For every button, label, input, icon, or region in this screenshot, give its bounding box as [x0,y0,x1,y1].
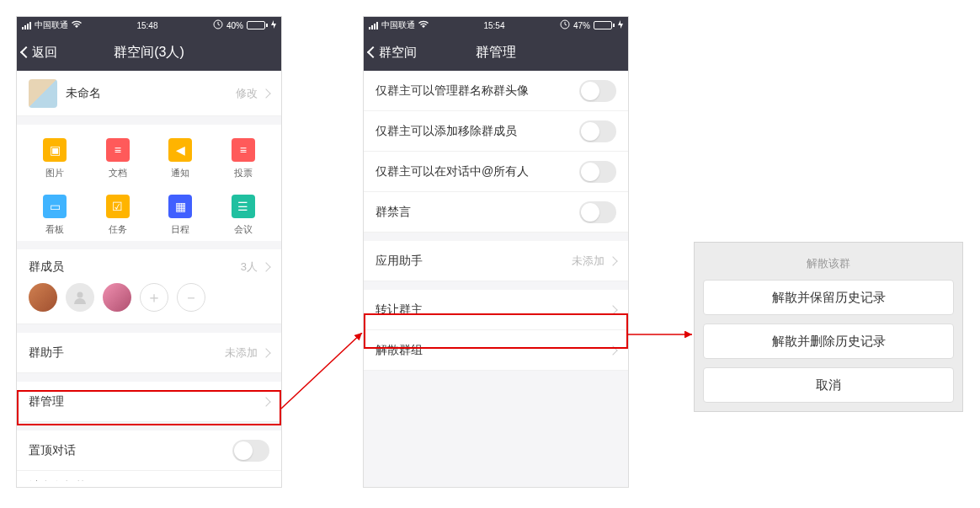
megaphone-icon: ◀ [168,138,192,162]
group-name-label: 未命名 [66,86,236,101]
dissolve-popup: 解散该群 解散并保留历史记录 解散并删除历史记录 取消 [694,242,963,412]
tool-label: 看板 [45,223,64,236]
row-label: 仅群主可以管理群名称群头像 [375,83,579,99]
image-icon: ▣ [43,138,67,162]
status-bar: 中国联通 15:54 47% [364,17,628,34]
meeting-icon: ☰ [232,195,255,218]
phone-screen-group-space: 中国联通 15:48 40% 返回 群空间(3人) 未命名 [16,16,282,488]
tool-label: 通知 [171,167,189,179]
tool-label: 日程 [171,223,189,236]
popup-title: 解散该群 [703,251,954,280]
section-divider [17,241,281,249]
button-label: 解散并删除历史记录 [772,334,886,350]
row-label: 应用助手 [375,254,572,269]
owner-only-at-all-row[interactable]: 仅群主可以在对话中@所有人 [364,152,628,192]
chevron-right-icon [261,348,270,357]
member-avatar[interactable] [66,283,94,312]
flow-arrow [281,333,365,417]
nav-bar: 群空间 群管理 [364,34,628,71]
battery-icon [247,21,268,29]
row-label: 群禁言 [375,205,579,220]
row-value: 未添加 [572,254,605,269]
back-button[interactable]: 群空间 [364,45,417,61]
pin-conversation-row[interactable]: 置顶对话 [17,430,281,471]
tool-board[interactable]: ▭ 看板 [24,195,87,236]
member-avatar[interactable] [29,283,57,312]
row-label: 解散群组 [375,343,605,358]
chevron-right-icon [261,88,270,98]
document-icon: ≡ [106,138,130,162]
row-label: 群管理 [29,394,258,409]
svg-point-1 [77,292,83,298]
chevron-right-icon [608,345,617,355]
section-divider [17,373,281,382]
remove-member-button[interactable]: － [177,283,205,312]
dissolve-group-row[interactable]: 解散群组 [364,330,628,371]
group-assistant-row[interactable]: 群助手 未添加 [17,333,281,373]
toggle-switch[interactable] [579,80,616,102]
svg-line-3 [281,333,362,409]
flow-arrow [628,331,695,338]
dissolve-keep-history-button[interactable]: 解散并保留历史记录 [703,280,954,315]
chevron-left-icon [367,46,379,58]
group-manage-row[interactable]: 群管理 [17,382,281,422]
section-divider [17,324,281,333]
clock-label: 15:48 [136,21,157,30]
phone-screen-group-manage: 中国联通 15:54 47% 群空间 群管理 仅群主可以管理群名称群头像 [363,16,629,488]
row-label: 仅群主可以添加移除群成员 [375,124,579,139]
row-label: 群助手 [29,345,225,361]
app-helper-row[interactable]: 应用助手 未添加 [364,241,628,281]
battery-pct-label: 47% [573,21,590,30]
vote-icon: ≡ [232,138,255,162]
add-member-button[interactable]: ＋ [140,283,168,312]
tool-calendar[interactable]: ▦ 日程 [149,195,212,236]
transfer-owner-row[interactable]: 转让群主 [364,290,628,330]
wifi-icon [418,20,429,30]
cancel-button[interactable]: 取消 [703,367,954,403]
wifi-icon [72,20,82,30]
status-bar: 中国联通 15:48 40% [17,17,281,34]
section-divider [364,281,628,290]
edit-label: 修改 [236,86,258,101]
section-divider [17,116,281,125]
truncated-row: 消息免打扰 [17,471,281,481]
back-label: 返回 [32,45,57,61]
tool-label: 投票 [234,167,253,179]
member-avatar[interactable] [103,283,131,312]
empty-area [364,371,628,488]
carrier-label: 中国联通 [381,19,415,31]
toggle-switch[interactable] [579,201,616,223]
back-label: 群空间 [379,45,417,61]
members-label: 群成员 [29,259,64,275]
group-avatar [29,79,57,108]
tool-task[interactable]: ☑ 任务 [87,195,150,236]
nav-bar: 返回 群空间(3人) [17,34,281,71]
tool-label: 任务 [109,223,127,236]
pin-toggle[interactable] [232,440,269,462]
mute-group-row[interactable]: 群禁言 [364,192,628,233]
tool-label: 图片 [45,167,64,179]
carrier-label: 中国联通 [35,19,68,31]
row-value: 未添加 [225,345,258,361]
tool-meeting[interactable]: ☰ 会议 [212,195,275,236]
group-name-row[interactable]: 未命名 修改 [17,71,281,116]
owner-only-members-row[interactable]: 仅群主可以添加移除群成员 [364,111,628,152]
chevron-right-icon [261,397,270,406]
owner-only-name-avatar-row[interactable]: 仅群主可以管理群名称群头像 [364,71,628,111]
dissolve-delete-history-button[interactable]: 解散并删除历史记录 [703,324,954,359]
section-divider [17,422,281,430]
toggle-switch[interactable] [579,120,616,142]
tool-vote[interactable]: ≡ 投票 [212,138,275,179]
chevron-right-icon [608,305,617,314]
tool-document[interactable]: ≡ 文档 [87,138,150,179]
tools-grid: ▣ 图片 ≡ 文档 ◀ 通知 ≡ 投票 ▭ 看板 ☑ 任务 ▦ 日程 ☰ 会议 [17,125,281,241]
tool-image[interactable]: ▣ 图片 [24,138,87,179]
members-header[interactable]: 群成员 3人 [29,259,269,275]
back-button[interactable]: 返回 [17,45,57,61]
tool-notice[interactable]: ◀ 通知 [149,138,212,179]
toggle-switch[interactable] [579,161,616,183]
task-icon: ☑ [106,195,130,218]
rotation-lock-icon [213,19,223,31]
row-label: 转让群主 [375,302,605,318]
chevron-left-icon [20,46,32,58]
